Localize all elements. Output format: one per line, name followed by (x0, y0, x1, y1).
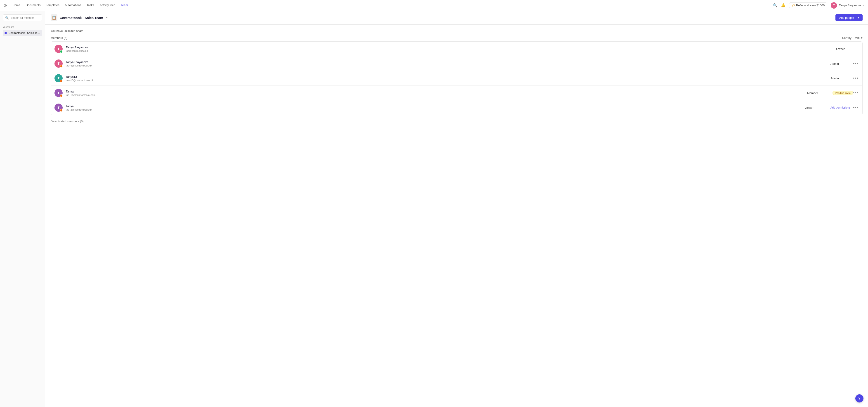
member-info: Tanya tas+2@contractbook.dk (66, 104, 804, 111)
app-layout: 🔍 Your team Contractbook - Sales Te... 📋… (0, 11, 868, 407)
member-role: Viewer (804, 106, 827, 109)
deactivated-members-label: Deactivated members (0) (51, 120, 863, 123)
sort-chevron-icon: ▾ (861, 36, 863, 39)
nav-activity-feed[interactable]: Activity feed (99, 2, 115, 8)
add-people-button[interactable]: Add people ▾ (835, 14, 863, 21)
sidebar: 🔍 Your team Contractbook - Sales Te... (0, 11, 45, 407)
member-actions: ••• (853, 91, 859, 95)
member-role: Owner (836, 47, 859, 51)
unlimited-seats-text: You have unlimited seats (51, 29, 863, 33)
member-info: Tanya Stoyanova tas+3@contractbook.dk (66, 60, 831, 67)
more-options-button[interactable]: ••• (853, 61, 859, 66)
help-button[interactable]: ? (855, 394, 864, 403)
content-area: You have unlimited seats Members (5) Sor… (45, 25, 868, 128)
refer-button[interactable]: 🏷 Refer and earn $1000 (789, 2, 827, 8)
member-email: tas@contractbook.dk (66, 50, 836, 52)
member-email: tas+11@contractbook.com (66, 94, 807, 96)
top-nav-right: 🔍 🔔 🏷 Refer and earn $1000 T Tanya Stoya… (773, 2, 864, 9)
table-row: T ✓ Tanya Stoyanova tas@contractbook.dk … (51, 41, 862, 56)
team-dot-icon (4, 32, 7, 34)
status-badge: ✓ (60, 50, 63, 53)
status-badge: ! (60, 65, 63, 68)
member-avatar-wrap: T ! (55, 103, 63, 112)
member-name: Tanya Stoyanova (66, 46, 836, 49)
sort-by-value: Role (854, 36, 860, 39)
member-role: Admin (831, 62, 853, 65)
search-input[interactable] (11, 16, 40, 20)
status-badge: ! (60, 109, 63, 112)
user-avatar: T (831, 2, 837, 9)
member-role: Admin (831, 77, 853, 80)
nav-templates[interactable]: Templates (46, 2, 59, 8)
search-box[interactable]: 🔍 (3, 14, 42, 21)
sort-by-control[interactable]: Sort by: Role ▾ (842, 36, 863, 39)
member-info: Tanya13 tas+13@contractbook.dk (66, 75, 831, 82)
gift-icon: 🏷 (792, 4, 795, 7)
member-info: Tanya tas+11@contractbook.com (66, 90, 807, 96)
user-menu[interactable]: T Tanya Stoyanova ▾ (831, 2, 864, 9)
members-header: Members (5) Sort by: Role ▾ (51, 36, 863, 39)
plus-icon: + (827, 106, 829, 109)
nav-links: Home Documents Templates Automations Tas… (12, 2, 773, 8)
title-chevron-icon[interactable]: ▾ (106, 16, 107, 19)
add-permissions-button[interactable]: + Add permissions (827, 106, 850, 109)
top-navigation: ⊙ Home Documents Templates Automations T… (0, 0, 868, 11)
page-title: Contractbook - Sales Team (60, 16, 103, 20)
member-email: tas+3@contractbook.dk (66, 64, 831, 67)
table-row: T ! Tanya tas+2@contractbook.dk Viewer +… (51, 100, 862, 115)
sort-by-label: Sort by: (842, 36, 852, 39)
team-item[interactable]: Contractbook - Sales Te... (3, 30, 42, 36)
nav-automations[interactable]: Automations (65, 2, 81, 8)
more-options-button[interactable]: ••• (853, 76, 859, 81)
main-header-left: 📋 Contractbook - Sales Team ▾ (51, 14, 107, 21)
app-logo: ⊙ (4, 3, 7, 8)
member-info: Tanya Stoyanova tas@contractbook.dk (66, 46, 836, 52)
member-avatar-wrap: T ! (55, 89, 63, 97)
table-row: T ! Tanya Stoyanova tas+3@contractbook.d… (51, 56, 862, 71)
bell-icon[interactable]: 🔔 (781, 3, 785, 7)
table-row: T ! Tanya13 tas+13@contractbook.dk Admin… (51, 71, 862, 86)
more-options-button[interactable]: ••• (853, 91, 859, 95)
member-role: Member (807, 91, 830, 95)
search-icon: 🔍 (5, 16, 9, 20)
table-row: T ! Tanya tas+11@contractbook.com Member… (51, 86, 862, 100)
search-icon[interactable]: 🔍 (773, 3, 777, 7)
status-badge: ! (60, 94, 63, 97)
member-name: Tanya (66, 104, 804, 108)
member-avatar-wrap: T ! (55, 74, 63, 82)
add-people-label: Add people (839, 16, 854, 20)
pending-invite-badge: Pending invite (833, 91, 853, 95)
member-actions: ••• (853, 61, 859, 66)
nav-documents[interactable]: Documents (26, 2, 41, 8)
member-avatar-wrap: T ! (55, 60, 63, 68)
add-permissions-label: Add permissions (830, 106, 850, 109)
team-item-label: Contractbook - Sales Te... (8, 31, 40, 35)
member-name: Tanya13 (66, 75, 831, 79)
nav-team[interactable]: Team (121, 2, 128, 8)
refer-label: Refer and earn $1000 (796, 4, 825, 7)
member-email: tas+13@contractbook.dk (66, 79, 831, 82)
more-options-button[interactable]: ••• (853, 105, 859, 110)
nav-home[interactable]: Home (12, 2, 20, 8)
chevron-down-icon: ▾ (863, 4, 864, 6)
help-icon: ? (859, 396, 861, 401)
main-content: 📋 Contractbook - Sales Team ▾ Add people… (45, 11, 868, 407)
members-count: Members (5) (51, 36, 67, 39)
member-name: Tanya Stoyanova (66, 60, 831, 64)
add-people-chevron-icon: ▾ (858, 17, 859, 19)
nav-tasks[interactable]: Tasks (87, 2, 94, 8)
user-name: Tanya Stoyanova (839, 4, 862, 7)
member-email: tas+2@contractbook.dk (66, 108, 804, 111)
member-actions: + Add permissions ••• (827, 105, 859, 110)
member-avatar-wrap: T ✓ (55, 45, 63, 53)
team-icon: 📋 (51, 14, 57, 21)
members-list: T ✓ Tanya Stoyanova tas@contractbook.dk … (51, 41, 863, 115)
main-header: 📋 Contractbook - Sales Team ▾ Add people… (45, 11, 868, 25)
status-badge: ! (60, 80, 63, 82)
your-team-label: Your team (3, 26, 42, 28)
member-actions: ••• (853, 76, 859, 81)
member-name: Tanya (66, 90, 807, 93)
